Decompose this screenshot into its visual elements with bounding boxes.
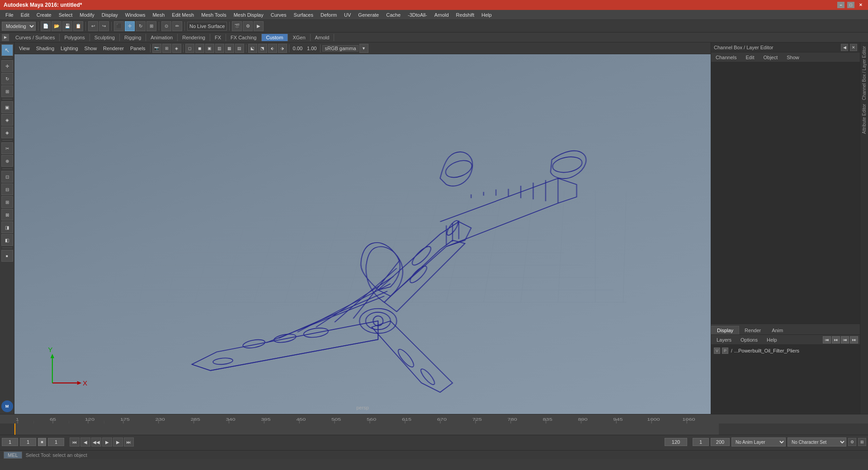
move-tool-btn[interactable]: ✛ [1,60,13,72]
layer-p[interactable]: P [722,348,728,354]
select-tool-btn[interactable]: ↖ [1,44,13,56]
append-btn[interactable]: ⊕ [1,155,13,167]
menu-select[interactable]: Select [55,11,76,19]
display-tab[interactable]: Display [711,326,739,334]
multicut-btn[interactable]: ✂ [1,142,13,154]
rb-stbtn2[interactable]: ⏭ [832,336,840,343]
menu-mesh-tools[interactable]: Mesh Tools [198,11,230,19]
menu-display[interactable]: Display [98,11,122,19]
tool5[interactable]: ⊡ [1,171,13,183]
current-frame-input[interactable] [20,438,36,446]
anim-end[interactable] [711,438,730,446]
shelf-tab-custom[interactable]: Custom [262,34,288,41]
minimize-button[interactable]: – [837,2,844,8]
tool6[interactable]: ⊟ [1,183,13,195]
prev-frame-btn[interactable]: ◀ [80,437,90,446]
workspace-dropdown[interactable]: Modeling [2,22,36,31]
restore-button[interactable]: □ [847,2,854,8]
vp-btn3[interactable]: ▣ [205,44,214,53]
go-start-btn[interactable]: ⏮ [70,437,80,446]
new-scene-btn[interactable]: 📄 [41,21,51,31]
gamma-down[interactable]: ▼ [359,44,368,53]
rb-stbtn4[interactable]: ⏭ [850,336,858,343]
tool9[interactable]: ◨ [1,221,13,233]
lasso-btn[interactable]: ⊙ [161,21,171,31]
anim-tab[interactable]: Anim [766,326,788,334]
timeline-ruler[interactable]: 1 65 120 175 230 285 340 395 450 [0,414,868,423]
anim-settings-btn[interactable]: ⚙ [848,438,856,446]
extrude-btn[interactable]: ▣ [1,101,13,113]
render-tab[interactable]: Render [739,326,766,334]
menu-arnold[interactable]: Arnold [431,11,453,19]
layers-subtab[interactable]: Layers [713,336,735,343]
channel-box-strip-label[interactable]: Channel Box / Layer Editor [862,46,867,100]
paint-btn[interactable]: ✏ [172,21,182,31]
vp-btn7[interactable]: ⬕ [248,44,257,53]
menu-file[interactable]: File [2,11,17,19]
attr-editor-strip-label[interactable]: Attribute Editor [862,104,867,134]
edit-menu[interactable]: Edit [743,54,757,61]
shelf-tab-animation[interactable]: Animation [146,34,178,41]
viewport-canvas[interactable]: X Y persp [14,54,711,414]
tool7[interactable]: ⊞ [1,196,13,208]
rb-stbtn3[interactable]: ⏮ [841,336,849,343]
help-subtab[interactable]: Help [763,336,781,343]
tool11[interactable]: ■ [1,250,13,262]
go-end-btn[interactable]: ⏭ [124,437,134,446]
bevel-btn[interactable]: ◈ [1,114,13,126]
open-btn[interactable]: 📂 [52,21,61,31]
range-display-input[interactable] [48,438,64,446]
wireframe-btn[interactable]: ◈ [172,44,181,53]
vp-menu-shading[interactable]: Shading [33,45,57,52]
gamma-label[interactable]: sRGB gamma [322,45,358,52]
vp-btn10[interactable]: ⬗ [278,44,287,53]
menu-edit-mesh[interactable]: Edit Mesh [168,11,198,19]
menu-edit[interactable]: Edit [17,11,33,19]
close-button[interactable]: ✕ [857,2,864,8]
options-subtab[interactable]: Options [737,336,761,343]
show-menu[interactable]: Show [784,54,802,61]
anim-layer-dropdown[interactable]: No Anim Layer [731,437,786,446]
scale-btn[interactable]: ⊞ [146,21,156,31]
vp-menu-view[interactable]: View [16,45,33,52]
shelf-tab-curves[interactable]: Curves / Surfaces [11,34,60,41]
vp-btn1[interactable]: ◻ [185,44,194,53]
vp-menu-lighting[interactable]: Lighting [58,45,81,52]
bridge-btn[interactable]: ◈ [1,127,13,138]
menu-deform[interactable]: Deform [317,11,340,19]
play-back-btn[interactable]: ◀◀ [91,437,101,446]
next-frame-btn[interactable]: ▶ [113,437,123,446]
rp-close-btn[interactable]: ✕ [850,44,857,51]
tool8[interactable]: ⊠ [1,209,13,221]
rotate-tool-btn[interactable]: ↻ [1,73,13,85]
menu-generate[interactable]: Generate [354,11,382,19]
mel-tab[interactable]: MEL [4,451,22,459]
vp-menu-panels[interactable]: Panels [127,45,148,52]
menu-create[interactable]: Create [33,11,55,19]
tool10[interactable]: ◧ [1,234,13,246]
undo-btn[interactable]: ↩ [88,21,98,31]
ipr-btn[interactable]: ▶ [254,21,264,31]
rp-expand-btn[interactable]: ◀ [841,44,848,51]
render-btn[interactable]: 🎬 [232,21,242,31]
menu-curves[interactable]: Curves [267,11,290,19]
vp-btn8[interactable]: ⬔ [258,44,267,53]
menu-modify[interactable]: Modify [76,11,98,19]
vp-btn9[interactable]: ⬖ [268,44,277,53]
shelf-tab-rigging[interactable]: Rigging [120,34,146,41]
camera-btn[interactable]: 📷 [152,44,161,53]
end-frame-input[interactable] [665,438,687,446]
menu-mesh-display[interactable]: Mesh Display [230,11,267,19]
shelf-tab-xgen[interactable]: XGen [288,34,310,41]
save-as-btn[interactable]: 📋 [73,21,83,31]
layer-visibility[interactable]: V [714,348,720,354]
channels-menu[interactable]: Channels [713,54,739,61]
shelf-tab-fxcaching[interactable]: FX Caching [226,34,261,41]
shelf-tab-fx[interactable]: FX [210,34,226,41]
vp-btn2[interactable]: ◼ [195,44,204,53]
redo-btn[interactable]: ↪ [99,21,109,31]
menu-redshift[interactable]: Redshift [453,11,478,19]
save-btn[interactable]: 💾 [62,21,72,31]
scale-tool-btn[interactable]: ⊞ [1,85,13,97]
shelf-toggle[interactable]: ▶ [2,34,9,41]
